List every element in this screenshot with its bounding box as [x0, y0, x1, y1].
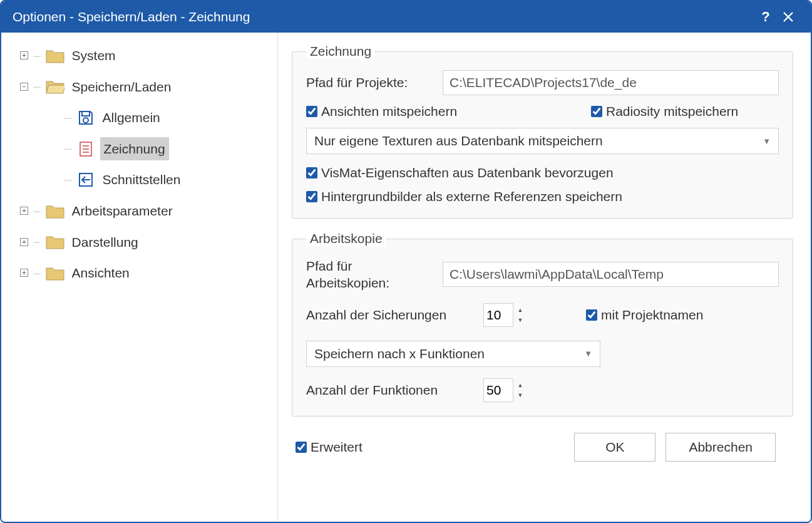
backup-count-stepper[interactable]	[483, 303, 513, 327]
main-panel: Zeichnung Pfad für Projekte: Ansichten m…	[278, 33, 811, 522]
titlebar: Optionen - Speichern/Laden - Zeichnung ?	[1, 1, 811, 33]
import-arrow-icon	[76, 172, 95, 188]
save-mode-select[interactable]: Speichern nach x Funktionen ▼	[306, 341, 600, 367]
save-disk-icon	[76, 110, 95, 126]
checkbox-save-views[interactable]: Ansichten mitspeichern	[306, 104, 457, 119]
folder-icon	[46, 265, 64, 281]
backup-path-input[interactable]	[443, 262, 779, 287]
checkbox-label: VisMat-Eigenschaften aus Datenbank bevor…	[321, 165, 614, 180]
checkbox-label: Ansichten mitspeichern	[321, 104, 457, 119]
select-value: Nur eigene Texturen aus Datenbank mitspe…	[314, 133, 603, 148]
dialog-footer: Erweitert OK Abbrechen	[292, 429, 793, 474]
group-legend: Zeichnung	[306, 44, 375, 59]
checkbox-input[interactable]	[306, 167, 317, 179]
tree-label: Darstellung	[69, 230, 141, 254]
textures-save-select[interactable]: Nur eigene Texturen aus Datenbank mitspe…	[306, 128, 779, 154]
plus-icon[interactable]: +	[20, 207, 28, 215]
checkbox-input[interactable]	[296, 442, 307, 453]
options-tree: + ···· System − ···· Speichern/Laden ···…	[1, 33, 278, 522]
function-count-label: Anzahl der Funktionen	[306, 383, 472, 398]
tree-item-work-params[interactable]: + ···· Arbeitsparameter	[1, 195, 277, 227]
cancel-button[interactable]: Abbrechen	[666, 433, 776, 462]
checkbox-label: Erweitert	[311, 440, 362, 455]
stepper-down-icon[interactable]: ▼	[515, 390, 526, 400]
checkbox-label: mit Projektnamen	[601, 308, 703, 323]
help-icon[interactable]: ?	[754, 6, 777, 28]
folder-icon	[46, 203, 64, 219]
checkbox-save-radiosity[interactable]: Radiosity mitspeichern	[591, 104, 779, 119]
checkbox-input[interactable]	[306, 191, 317, 202]
checkbox-bg-external-ref[interactable]: Hintergrundbilder als externe Referenzen…	[306, 189, 622, 204]
svg-rect-0	[82, 111, 90, 116]
stepper-up-icon[interactable]: ▲	[515, 380, 526, 390]
folder-icon	[46, 234, 64, 250]
stepper-up-icon[interactable]: ▲	[515, 305, 526, 315]
tree-label: Allgemein	[100, 106, 163, 130]
close-icon[interactable]	[777, 6, 799, 28]
tree-item-system[interactable]: + ···· System	[1, 40, 277, 71]
checkbox-advanced[interactable]: Erweitert	[296, 440, 362, 455]
chevron-down-icon: ▼	[584, 349, 592, 358]
chevron-down-icon: ▼	[763, 137, 771, 146]
folder-open-icon	[46, 78, 64, 95]
tree-item-general[interactable]: ···· Allgemein	[1, 102, 277, 133]
plus-icon[interactable]: +	[20, 238, 28, 246]
projects-path-input[interactable]	[443, 70, 779, 95]
svg-point-1	[83, 118, 88, 123]
ok-button[interactable]: OK	[574, 433, 655, 462]
checkbox-label: Radiosity mitspeichern	[606, 104, 738, 119]
folder-icon	[46, 48, 64, 64]
tree-item-save-load[interactable]: − ···· Speichern/Laden	[1, 71, 277, 103]
checkbox-with-projectname[interactable]: mit Projektnamen	[586, 308, 703, 323]
tree-item-display[interactable]: + ···· Darstellung	[1, 227, 277, 258]
group-backup: Arbeitskopie Pfad für Arbeitskopien: Anz…	[292, 231, 793, 417]
backup-path-label: Pfad für Arbeitskopien:	[306, 257, 431, 292]
checkbox-input[interactable]	[586, 309, 597, 321]
tree-item-drawing[interactable]: ···· Zeichnung	[1, 133, 277, 165]
checkbox-input[interactable]	[306, 106, 317, 117]
stepper-down-icon[interactable]: ▼	[515, 315, 526, 325]
document-lines-icon	[76, 141, 95, 157]
projects-path-label: Pfad für Projekte:	[306, 75, 431, 90]
tree-label: Zeichnung	[100, 137, 169, 161]
tree-item-interfaces[interactable]: ···· Schnittstellen	[1, 164, 277, 195]
group-legend: Arbeitskopie	[306, 231, 386, 246]
select-value: Speichern nach x Funktionen	[314, 346, 485, 361]
dialog-title: Optionen - Speichern/Laden - Zeichnung	[13, 9, 754, 24]
plus-icon[interactable]: +	[20, 269, 28, 277]
tree-label: Arbeitsparameter	[69, 199, 175, 223]
tree-label: Ansichten	[69, 261, 132, 285]
plus-icon[interactable]: +	[20, 51, 28, 60]
group-drawing: Zeichnung Pfad für Projekte: Ansichten m…	[292, 44, 793, 219]
checkbox-vismat-prefer[interactable]: VisMat-Eigenschaften aus Datenbank bevor…	[306, 165, 614, 180]
tree-label: Speichern/Laden	[69, 75, 174, 99]
tree-item-views[interactable]: + ···· Ansichten	[1, 257, 277, 289]
checkbox-label: Hintergrundbilder als externe Referenzen…	[321, 189, 622, 204]
minus-icon[interactable]: −	[20, 83, 28, 91]
function-count-stepper[interactable]	[483, 378, 513, 402]
tree-label: System	[69, 44, 118, 68]
tree-label: Schnittstellen	[100, 168, 183, 192]
backup-count-label: Anzahl der Sicherungen	[306, 308, 472, 323]
checkbox-input[interactable]	[591, 106, 602, 117]
